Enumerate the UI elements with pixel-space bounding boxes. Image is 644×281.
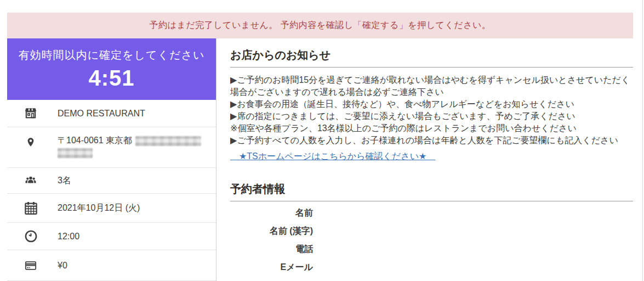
address-row: 〒104-0061 東京都 bbox=[7, 127, 216, 168]
guest-info-form: 名前 名前 (漢字) 電話 Eメール bbox=[230, 207, 633, 273]
name-label: 名前 bbox=[230, 207, 313, 218]
party-size: 3名 bbox=[58, 175, 71, 186]
notice-line: ▶お食事会の用途（誕生日、接待など）や、食べ物アレルギーなどをお知らせください bbox=[230, 98, 633, 110]
notice-line: ▶ご予約すべての人数を入力し、お子様連れの場合は年齢と人数を下記ご要望欄にも記入… bbox=[230, 134, 633, 147]
notice-line: ※個室や各種プラン、13名様以上のご予約の際はレストランまでお問い合わせください bbox=[230, 122, 633, 134]
address-postal-prefecture: 〒104-0061 東京都 bbox=[58, 136, 132, 145]
form-row-name-kanji: 名前 (漢字) bbox=[230, 225, 633, 237]
address-redacted-blur-line1 bbox=[135, 136, 201, 146]
pending-reservation-alert: 予約はまだ完了していません。 予約内容を確認し「確定する」を押してください。 bbox=[7, 13, 633, 38]
calendar-icon bbox=[22, 201, 39, 216]
address-redacted-blur-line2 bbox=[58, 148, 93, 158]
form-row-name: 名前 bbox=[230, 207, 633, 218]
storefront-icon bbox=[22, 106, 39, 121]
main-content: お店からのお知らせ ▶ご予約のお時間15分を過ぎてご連絡が取れない場合はやむを得… bbox=[216, 38, 633, 281]
shop-notice-title: お店からのお知らせ bbox=[230, 48, 633, 68]
date-row: 2021年10月12日 (火) bbox=[7, 194, 216, 223]
phone-label: 電話 bbox=[230, 243, 313, 255]
ts-homepage-link[interactable]: ★TSホームページはこちらから確認ください★ bbox=[230, 150, 435, 162]
email-label: Eメール bbox=[230, 261, 313, 273]
countdown-timer-box: 有効時間以内に確定をしてください 4:51 bbox=[7, 38, 216, 100]
reservation-amount: ¥0 bbox=[58, 260, 67, 271]
reservation-time: 12:00 bbox=[58, 231, 79, 242]
form-row-phone: 電話 bbox=[230, 243, 633, 255]
alert-message: 予約はまだ完了していません。 予約内容を確認し「確定する」を押してください。 bbox=[150, 20, 491, 31]
restaurant-name: DEMO RESTAURANT bbox=[58, 108, 145, 119]
clock-icon bbox=[22, 229, 39, 243]
reservation-confirm-page: 予約はまだ完了していません。 予約内容を確認し「確定する」を押してください。 有… bbox=[0, 0, 644, 281]
form-row-email: Eメール bbox=[230, 261, 633, 273]
name-kanji-label: 名前 (漢字) bbox=[230, 225, 313, 237]
shop-notice-body: ▶ご予約のお時間15分を過ぎてご連絡が取れない場合はやむを得ずキャンセル扱いとさ… bbox=[230, 74, 633, 162]
guest-info-title: 予約者情報 bbox=[230, 182, 633, 201]
reservation-summary-sidebar: 有効時間以内に確定をしてください 4:51 D bbox=[7, 38, 216, 281]
restaurant-name-row: DEMO RESTAURANT bbox=[7, 100, 216, 127]
party-size-row: 3名 bbox=[7, 168, 216, 194]
amount-row: ¥0 bbox=[7, 250, 216, 281]
people-icon bbox=[22, 175, 39, 187]
map-pin-icon bbox=[22, 135, 39, 149]
notice-line: ▶ご予約のお時間15分を過ぎてご連絡が取れない場合はやむを得ずキャンセル扱いとさ… bbox=[230, 74, 633, 98]
time-row: 12:00 bbox=[7, 223, 216, 250]
credit-card-icon bbox=[22, 260, 39, 272]
notice-line: ▶席の指定につきましては、ご要望に添えない場合もございます、予めご了承ください bbox=[230, 110, 633, 122]
timer-countdown: 4:51 bbox=[7, 66, 216, 91]
timer-instruction: 有効時間以内に確定をしてください bbox=[7, 38, 216, 63]
restaurant-address: 〒104-0061 東京都 bbox=[58, 135, 201, 158]
reservation-date: 2021年10月12日 (火) bbox=[58, 203, 140, 213]
